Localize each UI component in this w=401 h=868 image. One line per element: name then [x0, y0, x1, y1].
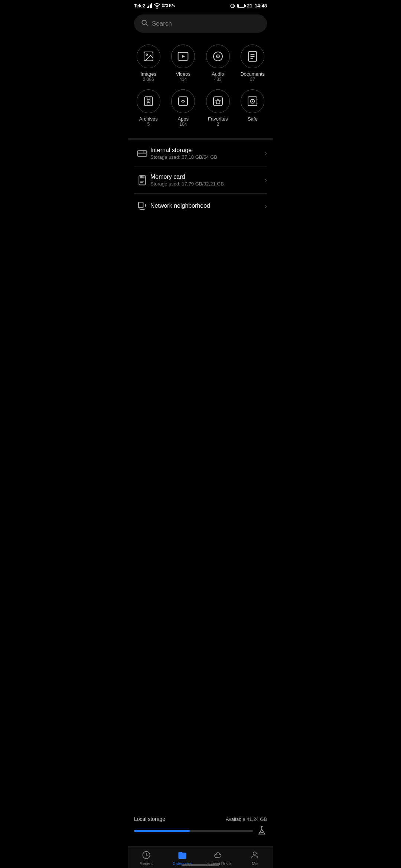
svg-point-32 [143, 151, 144, 152]
status-right: 21 14:48 [230, 3, 267, 9]
status-bar: Tele2 373 K/s 21 14:48 [128, 0, 273, 10]
vibrate-icon [230, 3, 235, 9]
memory-card-detail: Storage used: 17,79 GB/32,21 GB [150, 181, 265, 187]
svg-text:≡: ≡ [147, 100, 149, 103]
svg-marker-23 [215, 99, 220, 103]
videos-label: Videos [176, 71, 190, 77]
svg-point-26 [252, 101, 253, 102]
archives-icon-circle: ≡ [137, 89, 160, 113]
favorites-label: Favorites [208, 116, 228, 122]
svg-rect-35 [142, 175, 143, 178]
memory-card-icon [134, 175, 150, 186]
battery-icon [237, 4, 245, 8]
safe-label: Safe [248, 116, 258, 122]
favorites-icon-circle [206, 89, 230, 113]
svg-rect-1 [231, 4, 234, 7]
category-item-documents[interactable]: Documents 37 [235, 41, 270, 86]
memory-card-name: Memory card [150, 174, 265, 180]
memory-card-info: Memory card Storage used: 17,79 GB/32,21… [150, 174, 265, 187]
safe-icon-circle [241, 89, 264, 113]
svg-rect-36 [143, 175, 144, 178]
svg-rect-33 [139, 175, 146, 185]
category-item-images[interactable]: Images 2 086 [131, 41, 166, 86]
archives-label: Archives [139, 116, 158, 122]
svg-line-3 [146, 24, 148, 26]
internal-storage-name: Internal storage [150, 147, 265, 154]
apps-count: 104 [179, 122, 187, 127]
documents-label: Documents [240, 71, 265, 77]
search-icon [141, 19, 148, 28]
memory-card-item[interactable]: Memory card Storage used: 17,79 GB/32,21… [134, 167, 267, 194]
apps-label: Apps [177, 116, 189, 122]
time-display: 14:48 [255, 3, 267, 9]
wifi-icon [154, 3, 160, 9]
memory-card-chevron: › [265, 176, 267, 184]
internal-storage-item[interactable]: Internal storage Storage used: 37,18 GB/… [134, 140, 267, 167]
network-name: Network neighborhood [150, 203, 265, 209]
videos-count: 414 [179, 77, 187, 82]
svg-rect-29 [138, 151, 147, 156]
apps-icon-circle [171, 89, 195, 113]
network-icon [134, 200, 150, 211]
category-item-favorites[interactable]: Favorites 2 [200, 86, 235, 131]
svg-rect-34 [140, 175, 141, 178]
svg-point-10 [217, 56, 218, 57]
battery-percent: 21 [247, 3, 252, 9]
network-chevron: › [265, 202, 267, 210]
audio-label: Audio [212, 71, 224, 77]
carrier-text: Tele2 [134, 3, 145, 9]
videos-icon-circle [171, 45, 195, 68]
svg-marker-7 [182, 55, 185, 58]
images-label: Images [140, 71, 156, 77]
category-item-safe[interactable]: Safe [235, 86, 270, 131]
svg-point-0 [157, 7, 157, 8]
internal-storage-detail: Storage used: 37,18 GB/64 GB [150, 154, 265, 160]
favorites-count: 2 [216, 122, 219, 127]
internal-storage-icon [134, 148, 150, 159]
audio-icon-circle [206, 45, 230, 68]
svg-point-2 [142, 20, 146, 24]
category-item-apps[interactable]: Apps 104 [166, 86, 201, 131]
network-speed: 373 K/s [162, 4, 175, 8]
search-placeholder: Search [152, 20, 172, 27]
search-bar[interactable]: Search [134, 14, 267, 33]
svg-point-31 [144, 151, 146, 152]
images-count: 2 086 [143, 77, 154, 82]
audio-count: 433 [214, 77, 222, 82]
images-icon-circle [137, 45, 160, 68]
network-info: Network neighborhood [150, 203, 265, 209]
internal-storage-chevron: › [265, 149, 267, 157]
category-item-videos[interactable]: Videos 414 [166, 41, 201, 86]
svg-rect-39 [138, 202, 143, 208]
internal-storage-info: Internal storage Storage used: 37,18 GB/… [150, 147, 265, 160]
status-left: Tele2 373 K/s [134, 3, 175, 9]
signal-icon [147, 3, 152, 8]
category-item-archives[interactable]: ≡ Archives 5 [131, 86, 166, 131]
svg-rect-21 [179, 97, 188, 106]
category-grid: Images 2 086 Videos 414 Audio 433 [128, 37, 273, 138]
documents-count: 37 [250, 77, 255, 82]
archives-count: 5 [147, 122, 150, 127]
category-item-audio[interactable]: Audio 433 [200, 41, 235, 86]
svg-point-5 [146, 54, 147, 55]
network-item[interactable]: Network neighborhood › [134, 194, 267, 218]
storage-list: Internal storage Storage used: 37,18 GB/… [128, 140, 273, 218]
documents-icon-circle [241, 45, 264, 68]
